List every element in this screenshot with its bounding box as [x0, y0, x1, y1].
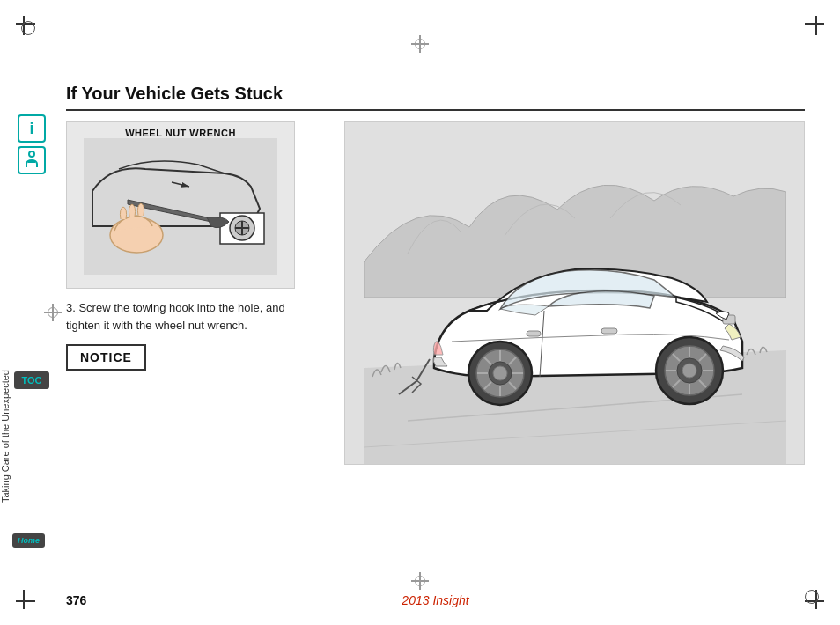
home-button[interactable]: Home — [12, 533, 45, 548]
step3-text: 3. Screw the towing hook into the hole, … — [66, 299, 295, 334]
content-area: WHEEL NUT WRENCH — [66, 121, 805, 465]
svg-rect-12 — [527, 331, 541, 336]
info-icon: i — [18, 114, 46, 143]
main-content: If Your Vehicle Gets Stuck WHEEL NUT WRE… — [66, 84, 805, 572]
left-column: WHEEL NUT WRENCH — [66, 121, 330, 465]
footer-title: 2013 Insight — [402, 593, 468, 607]
car-svg — [364, 121, 786, 465]
page-number: 376 — [66, 593, 86, 607]
notice-box: NOTICE — [66, 344, 146, 371]
wrench-svg — [84, 138, 277, 275]
car-illustration — [344, 121, 805, 465]
crosshair-top — [411, 35, 429, 53]
reg-circle-tl — [21, 21, 35, 35]
crosshair-bottom — [411, 572, 429, 590]
corner-mark-bl — [16, 585, 41, 609]
reg-circle-br — [805, 590, 819, 604]
sidebar: i TOC — [0, 114, 63, 389]
person-icon — [18, 146, 46, 174]
wrench-label: WHEEL NUT WRENCH — [125, 128, 236, 138]
sidebar-section-label: Taking Care of the Unexpected — [0, 370, 57, 503]
footer: 376 2013 Insight — [66, 593, 805, 607]
svg-rect-11 — [601, 328, 617, 334]
page-title-line: If Your Vehicle Gets Stuck — [66, 84, 805, 111]
svg-point-0 — [29, 151, 34, 157]
svg-point-36 — [493, 366, 507, 380]
svg-point-24 — [682, 364, 696, 378]
wrench-illustration: WHEEL NUT WRENCH — [66, 121, 295, 289]
page-title: If Your Vehicle Gets Stuck — [66, 84, 283, 104]
corner-mark-tr — [799, 16, 824, 40]
svg-rect-2 — [84, 138, 277, 275]
